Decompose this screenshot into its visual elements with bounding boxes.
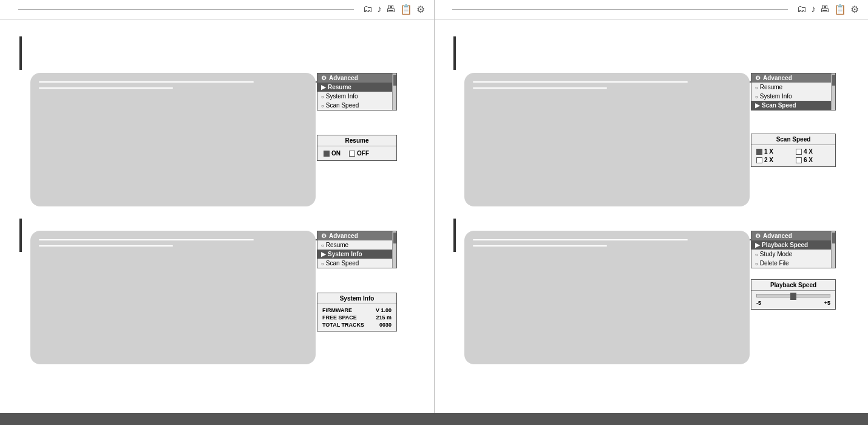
device-screen-right-top xyxy=(464,73,750,206)
scrollbar-rt[interactable] xyxy=(831,73,835,110)
playback-slider-track[interactable] xyxy=(756,294,830,298)
sysinfo-firmware: FIRMWARE V 1.00 xyxy=(322,307,392,313)
bottom-bar-left xyxy=(0,413,434,425)
menu-item-resume-rt[interactable]: ○Resume xyxy=(751,83,835,92)
menu-item-delete-rb[interactable]: ○Delete File xyxy=(751,259,835,268)
gear-icon-rb: ⚙ xyxy=(755,233,761,239)
gear-icon-rt: ⚙ xyxy=(755,75,761,81)
folder-icon[interactable]: 🗂 xyxy=(363,4,373,15)
bottom-bar-right xyxy=(434,413,868,425)
subpanel-sysinfo-title: System Info xyxy=(317,293,396,304)
menu-item-scanspeed-rt[interactable]: ▶Scan Speed xyxy=(751,101,835,110)
menu-item-playback-rb[interactable]: ▶Playback Speed xyxy=(751,240,835,250)
menu-title-rb: ⚙ Advanced xyxy=(751,231,835,240)
menu-item-sysinfo-lb[interactable]: ▶System Info xyxy=(317,250,396,259)
right-col-bar-bottom xyxy=(453,219,456,252)
sysinfo-freespace: FREE SPACE 215 m xyxy=(322,314,392,321)
gear-icon-lb: ⚙ xyxy=(321,233,327,239)
sysinfo-totaltracks: TOTAL TRACKS 0030 xyxy=(322,322,392,328)
menu-item-sysinfo-rt[interactable]: ○System Info xyxy=(751,92,835,101)
scanspeed-6x[interactable]: 6 X xyxy=(796,157,830,163)
menu-item-resume-lt[interactable]: ▶Resume xyxy=(317,83,396,92)
col-separator xyxy=(434,0,435,413)
menu-popup-left-bottom: ⚙ Advanced ○Resume ▶System Info ○Scan Sp… xyxy=(317,231,397,268)
list-icon-right[interactable]: 📋 xyxy=(834,4,846,15)
scrollbar-rb[interactable] xyxy=(831,231,835,268)
menu-item-studymode-rb[interactable]: ○Study Mode xyxy=(751,250,835,259)
scanspeed-2x[interactable]: 2 X xyxy=(756,157,791,163)
menu-item-scanspeed-lt[interactable]: ○Scan Speed xyxy=(317,101,396,110)
left-col-bar-bottom xyxy=(19,219,22,252)
checkbox-on[interactable]: ON xyxy=(324,150,341,157)
folder-icon-right[interactable]: 🗂 xyxy=(797,4,807,15)
playback-slider-labels: -5 +5 xyxy=(756,300,830,306)
device-screen-left-top xyxy=(30,73,316,206)
list-icon[interactable]: 📋 xyxy=(400,4,412,15)
toolbar-right: 🗂 ♪ 🖶 📋 ⚙ xyxy=(788,4,868,15)
menu-title-lb: ⚙ Advanced xyxy=(317,231,396,240)
scrollbar-lt[interactable] xyxy=(392,73,396,110)
menu-popup-left-top: ⚙ Advanced ▶Resume ○System Info ○Scan Sp… xyxy=(317,73,397,110)
scrollbar-lb[interactable] xyxy=(392,231,396,268)
menu-item-scanspeed-lb[interactable]: ○Scan Speed xyxy=(317,259,396,268)
subpanel-sysinfo: System Info FIRMWARE V 1.00 FREE SPACE 2… xyxy=(317,293,397,332)
menu-item-resume-lb[interactable]: ○Resume xyxy=(317,240,396,250)
menu-item-sysinfo-lt[interactable]: ○System Info xyxy=(317,92,396,101)
left-col-bar-top xyxy=(19,36,22,70)
subpanel-playback-title: Playback Speed xyxy=(751,280,835,291)
checkbox-off[interactable]: OFF xyxy=(349,150,369,157)
subpanel-scanspeed: Scan Speed 1 X 4 X 2 X 6 X xyxy=(751,134,836,167)
subpanel-scanspeed-title: Scan Speed xyxy=(751,134,835,145)
device-screen-right-bottom xyxy=(464,231,750,364)
menu-title-lt: ⚙ Advanced xyxy=(317,73,396,83)
menu-popup-right-top: ⚙ Advanced ○Resume ○System Info ▶Scan Sp… xyxy=(751,73,836,110)
device-screen-left-bottom xyxy=(30,231,316,364)
menu-popup-right-bottom: ⚙ Advanced ▶Playback Speed ○Study Mode ○… xyxy=(751,231,836,268)
subpanel-resume-title: Resume xyxy=(317,135,396,146)
music-icon[interactable]: ♪ xyxy=(377,4,382,15)
record-icon[interactable]: 🖶 xyxy=(386,4,396,15)
subpanel-playback: Playback Speed -5 +5 xyxy=(751,279,836,310)
settings-icon-left[interactable]: ⚙ xyxy=(416,4,425,15)
gear-icon-lt: ⚙ xyxy=(321,75,327,81)
record-icon-right[interactable]: 🖶 xyxy=(820,4,830,15)
toolbar-left: 🗂 ♪ 🖶 📋 ⚙ xyxy=(354,4,434,15)
settings-icon-right[interactable]: ⚙ xyxy=(850,4,859,15)
playback-slider-thumb[interactable] xyxy=(790,293,796,300)
right-col-bar-top xyxy=(453,36,456,70)
menu-title-rt: ⚙ Advanced xyxy=(751,73,835,83)
subpanel-resume: Resume ON OFF xyxy=(317,135,397,161)
scanspeed-1x[interactable]: 1 X xyxy=(756,148,791,155)
music-icon-right[interactable]: ♪ xyxy=(811,4,816,15)
scanspeed-4x[interactable]: 4 X xyxy=(796,148,830,155)
